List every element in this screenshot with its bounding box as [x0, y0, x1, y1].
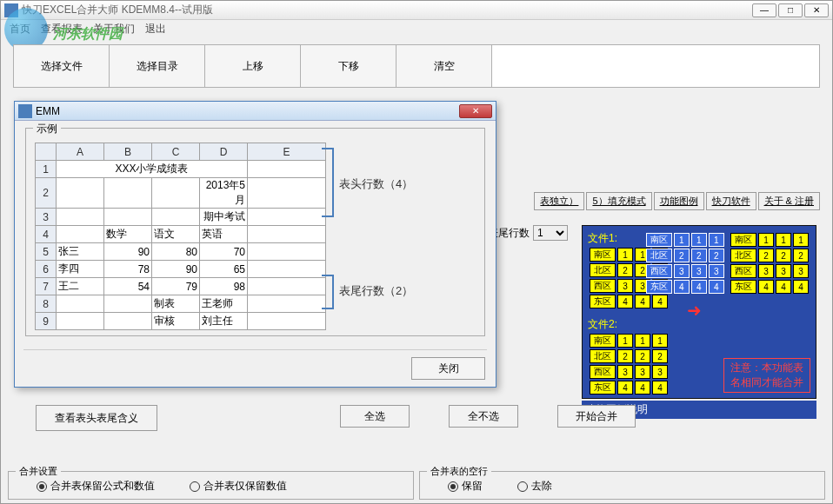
header-rows-annotation: 表头行数（4）	[339, 176, 413, 192]
modal-close-x[interactable]: ✕	[459, 104, 492, 118]
tab-legend[interactable]: 功能图例	[654, 192, 704, 210]
emm-dialog: EMM ✕ 示例 A B C D E 1XXX小学成绩表 22013年5月	[14, 101, 496, 388]
select-file-button[interactable]: 选择文件	[14, 45, 110, 87]
titlebar: 快刀EXCEL合并大师 KDEMM8.4--试用版 — □ ✕	[1, 1, 832, 20]
move-up-button[interactable]: 上移	[205, 45, 301, 87]
header-footer-meaning-button[interactable]: 查看表头表尾含义	[36, 405, 157, 431]
merge-settings-legend: 合并设置	[16, 465, 61, 478]
footer-bracket-icon	[322, 275, 334, 309]
example-group: 示例 A B C D E 1XXX小学成绩表 22013年5月 3期中考试 4数…	[25, 128, 485, 336]
excel-example-table: A B C D E 1XXX小学成绩表 22013年5月 3期中考试 4数学语文…	[35, 143, 326, 330]
example-legend: 示例	[33, 122, 61, 136]
arrow-icon: ➜	[687, 300, 702, 321]
footer-rows-annotation: 表尾行数（2）	[339, 283, 413, 299]
toolbar: 选择文件 选择目录 上移 下移 清空	[13, 44, 820, 88]
move-down-button[interactable]: 下移	[301, 45, 397, 87]
minimize-button[interactable]: —	[752, 3, 776, 17]
modal-close-button[interactable]: 关闭	[411, 357, 485, 380]
maximize-button[interactable]: □	[778, 3, 803, 17]
file2-table: 南区111 北区222 西区333 东区444	[588, 332, 670, 396]
select-none-button[interactable]: 全不选	[449, 405, 518, 428]
menu-exit[interactable]: 退出	[140, 20, 171, 37]
window-title: 快刀EXCEL合并大师 KDEMM8.4--试用版	[22, 3, 752, 17]
radio-value-only[interactable]: 合并表仅保留数值	[190, 479, 287, 494]
result-table2: 南区111 北区222 西区333 东区444	[729, 231, 810, 295]
radio-keep-blank[interactable]: 保留	[448, 479, 483, 494]
radio-remove-blank[interactable]: 去除	[517, 479, 552, 494]
clear-button[interactable]: 清空	[397, 45, 492, 87]
menubar: 首页 查看报表 关于我们 退出	[1, 20, 832, 37]
tab-independent[interactable]: 表独立）	[534, 192, 584, 210]
tail-row-control: 表尾行数 1	[488, 225, 568, 241]
close-button[interactable]: ✕	[804, 3, 829, 17]
radio-keep-formula[interactable]: 合并表保留公式和数值	[37, 479, 155, 494]
tabstrip: 表独立） 5）填充模式 功能图例 快刀软件 关于 & 注册	[534, 192, 820, 210]
tail-rows-select[interactable]: 1	[533, 225, 568, 241]
merge-settings-group: 合并设置 合并表保留公式和数值 合并表仅保留数值	[8, 471, 414, 500]
illus-note: 注意：本功能表名相同才能合并	[723, 358, 810, 393]
modal-title: EMM	[36, 105, 459, 117]
modal-titlebar: EMM ✕	[15, 102, 496, 121]
watermark-text: 河东软件园	[53, 25, 123, 43]
modal-icon	[18, 104, 32, 118]
start-merge-button[interactable]: 开始合并	[557, 405, 636, 428]
tab-register[interactable]: 关于 & 注册	[758, 192, 820, 210]
select-dir-button[interactable]: 选择目录	[110, 45, 205, 87]
merge-blank-group: 合并表的空行 保留 去除	[419, 471, 825, 500]
select-all-button[interactable]: 全选	[340, 405, 410, 428]
illustration-panel: 文件1: 南区111 北区222 西区333 东区444 南区111 北区222…	[582, 225, 816, 399]
header-bracket-icon	[322, 148, 334, 217]
result-table: 南区111 北区222 西区333 东区444	[644, 231, 726, 295]
tab-fill-mode[interactable]: 5）填充模式	[586, 192, 651, 210]
merge-blank-legend: 合并表的空行	[427, 465, 491, 478]
tab-software[interactable]: 快刀软件	[706, 192, 756, 210]
main-window: 快刀EXCEL合并大师 KDEMM8.4--试用版 — □ ✕ 首页 查看报表 …	[0, 0, 833, 504]
